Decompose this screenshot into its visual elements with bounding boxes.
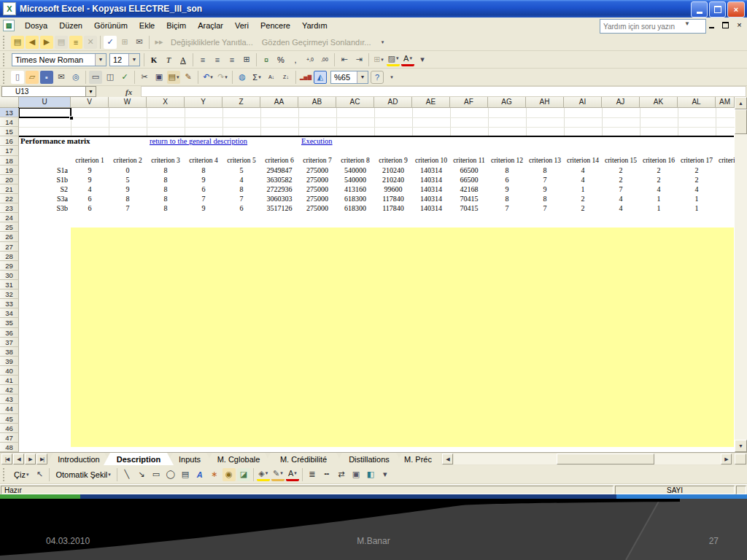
toolbar-grip[interactable] [3,36,7,49]
row-header-24[interactable]: 24 [0,213,19,222]
fill-handle[interactable] [69,116,74,120]
cell-value[interactable]: 9 [71,166,109,175]
criterion-header[interactable]: criterion 12 [488,156,526,166]
help-dropdown-icon[interactable]: ▼ [684,20,690,27]
paste-icon[interactable]: ▤▾ [167,71,180,84]
comma-style-icon[interactable]: , [289,53,302,66]
row-header-23[interactable]: 23 [0,203,19,213]
cell-value[interactable]: 618300 [336,203,374,213]
cell-value[interactable]: 8 [488,194,526,203]
criterion-header[interactable]: criterion 1 [71,156,109,166]
cell-value[interactable]: 618300 [336,194,374,203]
row-header-36[interactable]: 36 [0,328,19,338]
row-header-32[interactable]: 32 [0,289,19,299]
cell-value[interactable]: 0 [109,166,147,175]
row-header-26[interactable]: 26 [0,232,19,241]
cell-value[interactable]: 6 [185,184,222,194]
row-header-14[interactable]: 14 [0,117,19,127]
cell-value[interactable]: 2 [564,203,602,213]
cell-value[interactable]: 66500 [450,166,488,175]
row-header-35[interactable]: 35 [0,318,19,327]
cell-value[interactable]: 6 [222,203,260,213]
cell-value[interactable]: 2 [602,175,640,184]
cell-value[interactable]: 9 [185,175,222,184]
cell-value[interactable]: 275000 [298,194,336,203]
menu-ara-lar[interactable]: Araçlar [192,19,229,32]
cell-value[interactable]: 4 [602,203,640,213]
alternative-label[interactable]: S2 [19,184,68,194]
toolbar-grip[interactable] [3,71,7,84]
cell-value[interactable]: 7 [526,175,564,184]
cell-value[interactable]: 9 [185,203,222,213]
previous-sheet-button[interactable]: ◀ [13,454,24,464]
chevron-down-icon[interactable]: ▾ [177,74,179,80]
cell-value[interactable]: 4 [640,184,678,194]
bold-icon[interactable]: K [147,53,160,66]
fill-color-icon[interactable]: ◈▾ [257,468,270,481]
cell-value[interactable]: 4 [678,184,716,194]
column-header-v[interactable]: V [71,97,109,108]
line-style-icon[interactable]: ≣ [306,468,319,481]
first-sheet-button[interactable]: |◀ [1,454,12,464]
criterion-header[interactable]: criterion 14 [564,156,602,166]
criterion-header[interactable]: criterion 13 [526,156,564,166]
selected-cell-u13[interactable] [18,107,71,118]
cell-value[interactable]: 6 [488,175,526,184]
cell-value[interactable]: 7 [222,194,260,203]
criterion-header[interactable]: criterion 9 [374,156,412,166]
column-header-ah[interactable]: AH [526,97,564,108]
criterion-header[interactable]: criterion 15 [602,156,640,166]
scroll-up-button[interactable]: ▲ [735,97,747,109]
new-workbook-icon[interactable]: ▯ [11,71,24,84]
criterion-header[interactable]: criterion 4 [185,156,222,166]
column-header-w[interactable]: W [109,97,147,108]
previous-comment-icon[interactable]: ◀ [26,36,39,49]
next-comment-icon[interactable]: ▶ [40,36,53,49]
column-header-af[interactable]: AF [450,97,488,108]
tab-inputs[interactable]: Inputs [166,453,213,465]
row-header-41[interactable]: 41 [0,376,19,385]
cell-value[interactable]: 70415 [450,203,488,213]
cell-value[interactable]: 7 [602,184,640,194]
toolbar-options-icon[interactable]: ▾ [379,468,392,481]
row-header-45[interactable]: 45 [0,414,19,424]
cell-value[interactable]: 8 [147,175,185,184]
font-size-combo[interactable]: 12 ▼ [109,53,140,66]
cell-value[interactable]: 2 [640,175,678,184]
cell-value[interactable]: 9 [526,184,564,194]
criterion-header[interactable]: criterion 10 [412,156,450,166]
menu-pencere[interactable]: Pencere [255,19,296,32]
open-icon[interactable]: ▱ [26,71,39,84]
column-header-ad[interactable]: AD [374,97,412,108]
alternative-label[interactable]: S3b [19,203,68,213]
arrow-icon[interactable]: ↘ [135,468,148,481]
column-header-ak[interactable]: AK [640,97,678,108]
criterion-header[interactable]: criterion 2 [109,156,147,166]
column-header-am[interactable]: AM [716,97,735,108]
line-icon[interactable]: ╲ [120,468,133,481]
drawing-icon[interactable]: ◭ [314,71,327,84]
cell-value[interactable]: 9 [488,184,526,194]
alternative-label[interactable]: S3a [19,194,68,203]
select-all-corner[interactable] [0,97,19,108]
row-header-21[interactable]: 21 [0,184,19,194]
center-icon[interactable]: ≡ [211,53,224,66]
cell-value[interactable]: 8 [147,203,185,213]
cell-value[interactable]: 117840 [374,203,412,213]
print-preview-icon[interactable]: ◫ [104,71,117,84]
menu-veri[interactable]: Veri [229,19,255,32]
cell-value[interactable]: 8 [147,194,185,203]
tab-description[interactable]: Description [104,453,174,465]
cell-value[interactable]: 2949847 [260,166,298,175]
row-header-48[interactable]: 48 [0,443,19,452]
criterion-header[interactable]: criterion 7 [298,156,336,166]
tab-scroll-left-button[interactable]: ◀ [442,454,453,464]
cell-value[interactable]: 5 [222,166,260,175]
row-header-40[interactable]: 40 [0,366,19,376]
criterion-header[interactable]: criterion 11 [450,156,488,166]
align-left-icon[interactable]: ≡ [196,53,209,66]
email-icon[interactable]: ✉ [55,71,68,84]
chevron-down-icon[interactable]: ▾ [294,470,297,476]
cell-value[interactable]: 275000 [298,184,336,194]
row-header-46[interactable]: 46 [0,424,19,433]
